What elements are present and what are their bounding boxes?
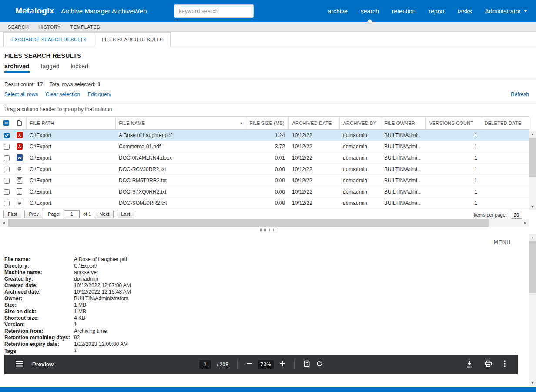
table-row[interactable]: W C:\Export DOC-0N4MLNN4.docx 0.01 10/12… <box>0 152 529 164</box>
archived-date-cell: 10/12/22 <box>288 130 339 141</box>
detail-menu-button[interactable]: MENU <box>494 239 511 245</box>
file-type-column-header[interactable] <box>13 117 26 130</box>
row-checkbox[interactable] <box>4 201 10 206</box>
refresh-link[interactable]: Refresh <box>511 91 529 97</box>
row-checkbox[interactable] <box>4 144 10 150</box>
file-size-cell: 0.00 <box>246 198 288 209</box>
download-button[interactable] <box>466 360 473 369</box>
preview-menu-button[interactable] <box>16 361 23 368</box>
first-page-button[interactable]: First <box>3 210 21 218</box>
footer-strip <box>0 387 536 392</box>
print-button[interactable] <box>485 360 492 369</box>
detail-fields: File name:A Dose of Laughter.pdf Directo… <box>4 256 131 354</box>
sort-asc-icon: ▲ <box>240 121 243 125</box>
add-tag-button[interactable]: + <box>74 348 77 354</box>
fit-to-page-button[interactable] <box>303 360 310 369</box>
page-number-input[interactable] <box>64 210 80 218</box>
detail-field: Size:1 MB <box>4 302 131 308</box>
detail-scrollbar-thumb[interactable] <box>529 241 536 293</box>
scroll-down-icon[interactable]: ▼ <box>529 203 536 210</box>
tab-files-search-results[interactable]: FILES SEARCH RESULTS <box>94 32 171 47</box>
detail-vertical-scrollbar[interactable]: ▲ ▼ <box>529 234 536 386</box>
row-checkbox[interactable] <box>4 178 10 184</box>
table-row[interactable]: C:\Export A Dose of Laughter.pdf 1.24 10… <box>0 130 529 141</box>
column-header-file-path[interactable]: FILE PATH <box>26 117 115 130</box>
edit-query-link[interactable]: Edit query <box>87 91 111 97</box>
page-title: FILES SEARCH RESULTS <box>0 47 536 59</box>
column-header-file-size[interactable]: FILE SIZE (MB) <box>246 117 288 130</box>
download-icon <box>466 360 473 369</box>
next-page-button[interactable]: Next <box>95 210 114 218</box>
preview-page-input[interactable] <box>199 360 211 369</box>
detail-field-value: 1 MB <box>74 308 86 315</box>
results-scrollbar-thumb[interactable] <box>529 138 536 177</box>
row-checkbox[interactable] <box>4 133 10 138</box>
section-nav-history[interactable]: HISTORY <box>38 24 60 30</box>
table-row[interactable]: C:\Export DOC-S7XQ0RR2.txt 0.00 10/12/22… <box>0 186 529 198</box>
subtab-archived[interactable]: archived <box>4 63 30 73</box>
subtab-tagged[interactable]: tagged <box>41 63 60 73</box>
row-checkbox[interactable] <box>4 155 10 161</box>
column-header-versions-count[interactable]: VERSIONS COUNT <box>425 117 481 130</box>
scroll-up-icon[interactable]: ▲ <box>529 131 536 137</box>
scroll-up-icon[interactable]: ▲ <box>529 234 536 241</box>
group-by-drop-zone[interactable]: Drag a column header to group by that co… <box>0 102 536 116</box>
clear-selection-link[interactable]: Clear selection <box>46 91 80 97</box>
result-tabs: EXCHANGE SEARCH RESULTS FILES SEARCH RES… <box>0 32 536 47</box>
column-header-file-name[interactable]: FILE NAME▲ <box>115 117 246 130</box>
nav-retention[interactable]: retention <box>392 0 415 22</box>
horizontal-scrollbar-thumb[interactable] <box>8 219 489 227</box>
horizontal-scrollbar[interactable]: ◄ ► <box>0 219 529 227</box>
table-row[interactable]: C:\Export DOC-RCVJ0RR2.txt 0.00 10/12/22… <box>0 164 529 175</box>
table-row[interactable]: C:\Export DOC-SOMJ0RR2.txt 0.00 10/12/22… <box>0 198 529 209</box>
more-options-button[interactable] <box>504 360 506 369</box>
results-vertical-scrollbar[interactable]: ▲ ▼ <box>529 131 536 210</box>
column-header-archived-by[interactable]: ARCHIVED BY <box>339 117 381 130</box>
row-checkbox[interactable] <box>4 167 10 172</box>
prev-page-button[interactable]: Prev <box>24 210 43 218</box>
zoom-in-button[interactable] <box>279 361 285 368</box>
subtab-locked[interactable]: locked <box>70 63 88 73</box>
table-row[interactable]: C:\Export DOC-RM5T0RR2.txt 0.00 10/12/22… <box>0 175 529 186</box>
zoom-out-button[interactable] <box>246 361 252 368</box>
nav-tasks[interactable]: tasks <box>458 0 472 22</box>
table-row[interactable]: C:\Export Commerce-01.pdf 3.72 10/12/22 … <box>0 141 529 152</box>
column-header-deleted-date[interactable]: DELETED DATE <box>481 117 529 130</box>
versions-count-cell: 1 <box>425 186 481 198</box>
items-per-page-input[interactable] <box>511 211 522 219</box>
row-checkbox[interactable] <box>4 189 10 195</box>
scroll-right-icon[interactable]: ► <box>522 219 529 227</box>
nav-search[interactable]: search <box>361 0 379 22</box>
detail-field: Size on disk:1 MB <box>4 308 131 315</box>
detail-field: Machine name:amxserver <box>4 269 131 276</box>
select-all-checkbox[interactable] <box>3 120 9 126</box>
detail-field: Archived date:10/12/2022 12:15:48 AM <box>4 289 131 295</box>
splitter-grip[interactable] <box>260 229 277 231</box>
last-page-button[interactable]: Last <box>117 210 134 218</box>
detail-field: Owner:BUILTIN\Administrators <box>4 295 131 302</box>
nav-report[interactable]: report <box>429 0 445 22</box>
active-nav-caret-icon <box>367 19 372 22</box>
file-size-cell: 0.01 <box>246 152 288 164</box>
result-state-subtabs: archived tagged locked <box>0 63 536 73</box>
detail-field-label: Directory: <box>4 263 74 269</box>
keyword-search-input[interactable] <box>174 4 254 18</box>
column-header-archived-date[interactable]: ARCHIVED DATE <box>288 117 339 130</box>
file-path-cell: C:\Export <box>26 152 115 164</box>
file-size-cell: 0.00 <box>246 186 288 198</box>
nav-archive[interactable]: archive <box>328 0 348 22</box>
user-menu[interactable]: Administrator <box>485 0 527 22</box>
rotate-button[interactable] <box>316 360 323 369</box>
scroll-down-icon[interactable]: ▼ <box>529 379 536 386</box>
tab-exchange-search-results[interactable]: EXCHANGE SEARCH RESULTS <box>3 32 94 47</box>
section-nav-templates[interactable]: TEMPLATES <box>70 24 100 30</box>
detail-field: File name:A Dose of Laughter.pdf <box>4 256 131 263</box>
detail-field-value: 4 KB <box>74 315 85 321</box>
scroll-left-icon[interactable]: ◄ <box>0 219 7 227</box>
section-nav-search[interactable]: SEARCH <box>8 24 29 30</box>
select-all-rows-link[interactable]: Select all rows <box>4 91 38 97</box>
detail-field: Retention remaining days:92 <box>4 335 131 341</box>
column-header-file-owner[interactable]: FILE OWNER <box>381 117 425 130</box>
select-all-header[interactable] <box>0 117 13 130</box>
file-path-cell: C:\Export <box>26 130 115 141</box>
